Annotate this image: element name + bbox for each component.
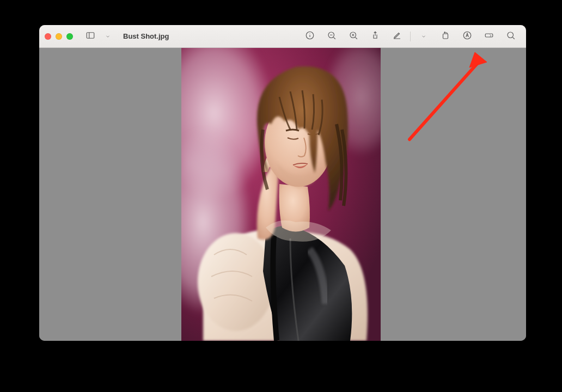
zoom-out-button[interactable] [322, 29, 341, 44]
share-icon [370, 30, 380, 42]
rotate-icon [441, 30, 450, 42]
form-field-icon [484, 30, 494, 42]
edit-button[interactable] [387, 29, 407, 44]
svg-line-17 [512, 37, 514, 39]
svg-rect-4 [309, 33, 310, 34]
search-button[interactable] [501, 29, 521, 44]
pencil-icon [392, 30, 402, 42]
svg-point-22 [198, 233, 274, 331]
info-icon [305, 30, 315, 42]
window-controls [45, 33, 73, 40]
svg-line-9 [355, 37, 357, 39]
form-field-button[interactable] [479, 29, 499, 44]
zoom-out-icon [327, 30, 337, 42]
close-button[interactable] [45, 33, 51, 40]
zoom-button[interactable] [66, 33, 73, 40]
sidebar-menu-button[interactable] [98, 29, 118, 44]
svg-point-16 [508, 32, 514, 38]
share-button[interactable] [365, 29, 385, 44]
sidebar-toggle-button[interactable] [81, 29, 100, 44]
markup-icon [462, 30, 472, 42]
zoom-in-button[interactable] [344, 29, 363, 44]
svg-rect-13 [443, 34, 448, 39]
zoom-in-icon [349, 30, 358, 42]
toolbar: Bust Shot.jpg [39, 25, 526, 48]
image-canvas[interactable] [181, 48, 381, 341]
chevron-down-icon [105, 32, 111, 41]
edit-menu-button[interactable] [414, 29, 433, 44]
markup-button[interactable] [457, 29, 477, 44]
toolbar-actions [300, 29, 521, 44]
svg-rect-0 [87, 32, 94, 38]
chevron-down-icon [421, 32, 426, 41]
svg-rect-15 [485, 34, 493, 37]
svg-line-6 [333, 37, 335, 39]
info-button[interactable] [300, 29, 320, 44]
content-area [39, 48, 526, 341]
sidebar-icon [85, 30, 95, 42]
rotate-button[interactable] [436, 29, 455, 44]
minimize-button[interactable] [56, 33, 62, 40]
document-title: Bust Shot.jpg [123, 32, 169, 40]
separator [410, 32, 411, 41]
preview-window: Bust Shot.jpg [39, 25, 526, 341]
search-icon [506, 30, 516, 42]
photo-illustration [181, 48, 381, 341]
sidebar-toggle-group [81, 29, 118, 44]
